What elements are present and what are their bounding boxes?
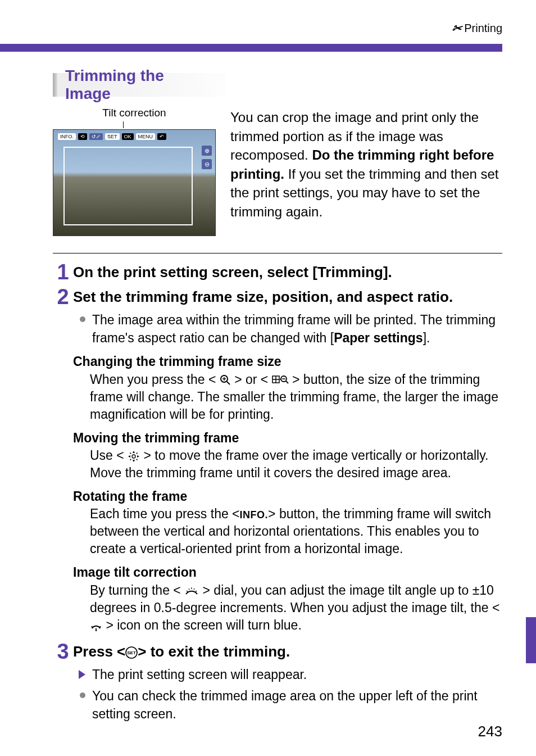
s2-bullet-b: ].	[423, 331, 430, 345]
page-number: 243	[478, 723, 502, 740]
svg-marker-14	[128, 455, 130, 458]
chip-rotate: ⟲	[78, 133, 87, 140]
step-2-bullet-text: The image area within the trimming frame…	[92, 311, 502, 347]
svg-marker-15	[137, 455, 139, 458]
bullet-icon	[80, 316, 85, 322]
step-3-tri-row: The print setting screen will reappear.	[73, 666, 502, 683]
step-2-body: The image area within the trimming frame…	[73, 311, 502, 634]
s2-h3-body: Each time you press the <INFO.> button, …	[90, 505, 502, 558]
step-2-title: Set the trimming frame size, position, a…	[73, 288, 502, 306]
s2-h1-body: When you press the < > or < > button, th…	[90, 371, 502, 423]
zoom-out-icon: ⊖	[202, 159, 212, 169]
s3-title-b: > to exit the trimming.	[138, 643, 290, 660]
rule-top	[53, 253, 502, 253]
info-button-icon: INFO.	[240, 508, 269, 522]
svg-line-24	[196, 591, 197, 592]
zoom-in-icon: ⊕	[202, 146, 212, 156]
step-3-title: Press <SET> to exit the trimming.	[73, 643, 502, 660]
bullet-icon	[80, 692, 85, 698]
chip-ok: OK	[122, 133, 134, 140]
s2-h4: Image tilt correction	[73, 563, 502, 581]
step-2-bullet: The image area within the trimming frame…	[73, 311, 502, 347]
s2-h4-c: > icon on the screen will turn blue.	[106, 618, 301, 632]
zoom-icons: ⊕ ⊖	[202, 146, 212, 169]
s2-bullet-bold: Paper settings	[334, 331, 423, 345]
svg-point-11	[132, 455, 135, 458]
s2-h1-a: When you press the <	[90, 372, 216, 387]
s2-h4-body: By turning the < > dial, you can adjust …	[90, 582, 502, 634]
step-1-number: 1	[53, 261, 73, 283]
set-button-icon: SET	[125, 646, 138, 659]
tilt-icon	[90, 621, 102, 632]
header-divider	[0, 44, 502, 52]
index-magnify-minus-icon	[272, 374, 289, 386]
printer-icon: ✂	[451, 21, 464, 35]
s2-h1-b: > or <	[234, 372, 268, 387]
main-dial-icon	[184, 586, 199, 596]
svg-line-23	[194, 588, 194, 590]
header-label: Printing	[464, 22, 502, 34]
step-3-body: The print setting screen will reappear. …	[73, 666, 502, 723]
step-1-title: On the print setting screen, select [Tri…	[73, 264, 502, 281]
chip-back: ↶	[157, 133, 166, 140]
figure-column: Tilt correction INFO. ⟲ ↺⤢ SET OK MENU ↶…	[53, 107, 216, 236]
chapter-tab	[526, 617, 536, 663]
trim-box	[63, 147, 193, 225]
s2-h2-body: Use < > to move the frame over the image…	[90, 447, 502, 482]
step-1: 1 On the print setting screen, select [T…	[53, 260, 502, 283]
multi-controller-icon	[128, 450, 140, 463]
step-3-number: 3	[53, 641, 73, 662]
tilt-correction-label: Tilt correction	[53, 107, 216, 119]
trimming-preview-figure: INFO. ⟲ ↺⤢ SET OK MENU ↶ ⊕ ⊖	[53, 129, 216, 236]
leader-line	[123, 121, 124, 128]
svg-marker-19	[136, 459, 138, 460]
page-header: ✂Printing	[452, 21, 502, 35]
chip-menu: MENU	[136, 133, 156, 140]
svg-text:SET: SET	[127, 650, 136, 655]
s2-h2-b: > to move the frame over the image verti…	[90, 448, 488, 480]
chip-info: INFO.	[58, 133, 76, 140]
heading-accent	[53, 73, 57, 97]
s2-h2-a: Use <	[90, 448, 124, 463]
chip-tilt: ↺⤢	[89, 133, 103, 140]
step-2-number: 2	[53, 286, 73, 307]
step-3-bullet-text: You can check the trimmed image area on …	[92, 687, 502, 723]
svg-marker-16	[130, 452, 131, 454]
s3-title-a: Press <	[73, 643, 125, 660]
magnify-plus-icon	[220, 374, 231, 386]
step-3-result-text: The print setting screen will reappear.	[92, 666, 307, 683]
step-list: 1 On the print setting screen, select [T…	[53, 253, 502, 723]
figure-toolbar: INFO. ⟲ ↺⤢ SET OK MENU ↶	[58, 133, 166, 140]
step-3-bullet-row: You can check the trimmed image area on …	[73, 687, 502, 723]
intro-paragraph: You can crop the image and print only th…	[230, 108, 502, 221]
svg-line-1	[227, 382, 230, 384]
s2-bullet-a: The image area within the trimming frame…	[92, 313, 496, 345]
chip-set: SET	[105, 133, 120, 140]
s2-h1: Changing the trimming frame size	[73, 352, 502, 370]
s2-h4-a: By turning the <	[90, 583, 181, 597]
svg-marker-17	[136, 452, 138, 454]
svg-marker-18	[130, 459, 131, 460]
svg-marker-13	[133, 460, 135, 462]
step-2: 2 Set the trimming frame size, position,…	[53, 285, 502, 307]
result-triangle-icon	[79, 670, 85, 679]
svg-line-20	[187, 591, 188, 592]
heading-text: Trimming the Image	[57, 73, 226, 97]
svg-line-21	[189, 588, 189, 590]
section-heading: Trimming the Image	[53, 73, 226, 97]
svg-marker-12	[133, 451, 135, 453]
step-3: 3 Press <SET> to exit the trimming.	[53, 640, 502, 662]
s2-h3: Rotating the frame	[73, 487, 502, 505]
svg-point-10	[280, 379, 281, 380]
s2-h3-a: Each time you press the <	[90, 506, 240, 521]
s2-h2: Moving the trimming frame	[73, 429, 502, 447]
svg-line-8	[286, 381, 288, 383]
